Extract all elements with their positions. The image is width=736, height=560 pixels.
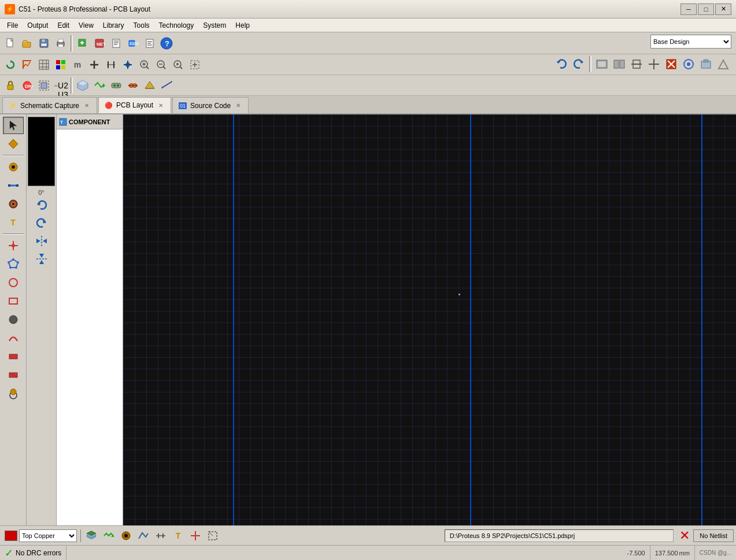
via-button[interactable] <box>3 195 24 213</box>
polygonfill-button[interactable] <box>3 385 24 402</box>
highlight-button[interactable] <box>125 77 141 94</box>
vline-3 <box>701 114 702 525</box>
rotation-degree: 0° <box>38 189 45 196</box>
save-button[interactable] <box>36 35 52 51</box>
menu-view[interactable]: View <box>74 19 98 32</box>
flip-h-button[interactable] <box>31 232 52 250</box>
new-button[interactable] <box>2 35 19 51</box>
rect-button[interactable] <box>3 292 24 310</box>
undo-button[interactable] <box>553 56 569 72</box>
script-button[interactable] <box>142 35 158 51</box>
redo-button[interactable] <box>571 56 587 72</box>
rt-btn-8[interactable] <box>715 56 731 72</box>
cursor-button[interactable]: ↕U1U2U3 <box>53 77 69 94</box>
export-button[interactable] <box>75 35 91 51</box>
polygon-button[interactable] <box>3 255 24 273</box>
grid-button[interactable] <box>36 57 52 73</box>
simulate-button[interactable]: 0101 <box>125 35 141 51</box>
layer-dropdown[interactable]: Top Copper Bottom Copper Top Silk Bottom… <box>19 529 77 542</box>
route-manual-button[interactable] <box>108 77 124 94</box>
refresh-button[interactable] <box>2 57 19 73</box>
menu-library[interactable]: Library <box>98 19 129 32</box>
bt-track-button[interactable] <box>135 528 151 543</box>
menu-technology[interactable]: Technology <box>154 19 199 32</box>
ruler-button[interactable] <box>158 77 175 94</box>
lock-button[interactable] <box>2 77 19 94</box>
tab-source[interactable]: 01 Source Code ✕ <box>172 97 249 113</box>
bt-measure-button[interactable] <box>153 528 169 543</box>
maximize-button[interactable]: □ <box>698 3 714 15</box>
no-netlist-button[interactable]: No Netlist <box>693 529 734 542</box>
snap-button[interactable] <box>19 57 35 73</box>
rotate-ccw-button[interactable] <box>31 214 52 232</box>
component-list[interactable] <box>57 129 123 525</box>
rt-btn-2[interactable] <box>611 56 627 72</box>
tab-schematic[interactable]: ⚡ Schematic Capture ✕ <box>2 97 97 113</box>
angle-button[interactable] <box>142 77 158 94</box>
origin-button[interactable] <box>120 57 136 73</box>
menu-system[interactable]: System <box>198 19 231 32</box>
rt-btn-6[interactable] <box>680 56 697 72</box>
circle-button[interactable] <box>3 274 24 291</box>
rt-btn-4[interactable] <box>646 56 662 72</box>
minimize-button[interactable]: ─ <box>680 3 697 15</box>
flip-v-button[interactable] <box>31 250 52 268</box>
schematic-tab-close[interactable]: ✕ <box>83 102 91 110</box>
color-button[interactable] <box>53 57 69 73</box>
zoom-out-button[interactable] <box>153 57 169 73</box>
m-button[interactable]: m <box>69 57 86 73</box>
pcb-canvas-area[interactable] <box>123 114 736 525</box>
menu-output[interactable]: Output <box>23 19 53 32</box>
zoom-region-button[interactable] <box>187 57 203 73</box>
open-button[interactable] <box>19 35 35 51</box>
menu-edit[interactable]: Edit <box>53 19 74 32</box>
rotate-cw-button[interactable] <box>31 196 52 214</box>
filled-circle-button[interactable] <box>3 311 24 328</box>
route-auto-button[interactable] <box>91 77 108 94</box>
svg-rect-29 <box>56 60 60 64</box>
rt-btn-3[interactable] <box>628 56 645 72</box>
menu-help[interactable]: Help <box>231 19 254 32</box>
pad-button[interactable] <box>3 158 24 176</box>
pcb-tab-close[interactable]: ✕ <box>157 101 165 109</box>
rt-btn-5[interactable] <box>663 56 679 72</box>
zoom-fit-button[interactable] <box>170 57 186 73</box>
bt-text-button[interactable]: T <box>170 528 186 543</box>
plus-button[interactable] <box>86 57 102 73</box>
netlist-x-button[interactable]: ✕ <box>677 528 692 543</box>
base-design-dropdown[interactable]: Base Design <box>650 35 731 49</box>
watermark-section: CSDN @g... <box>695 546 736 560</box>
component-mode-button[interactable] <box>3 135 24 153</box>
source-tab-close[interactable]: ✕ <box>234 102 242 110</box>
arc-button[interactable] <box>3 329 24 347</box>
track-button[interactable] <box>3 177 24 194</box>
filled-rect-button[interactable] <box>3 348 24 365</box>
select-mode-button[interactable] <box>3 117 24 134</box>
bt-ratsnest-button[interactable] <box>101 528 117 543</box>
help-button[interactable]: ? <box>158 35 175 51</box>
bt-junction-button[interactable] <box>187 528 204 543</box>
menu-file[interactable]: File <box>2 19 23 32</box>
print-button[interactable] <box>53 35 69 51</box>
menu-tools[interactable]: Tools <box>129 19 154 32</box>
bt-region-button[interactable] <box>205 528 221 543</box>
rt-btn-1[interactable] <box>594 56 610 72</box>
svg-text:T: T <box>60 120 63 125</box>
drc-button[interactable]: DRC <box>19 77 35 94</box>
app-icon: ⚡ <box>5 4 15 14</box>
junction-button[interactable] <box>3 237 24 254</box>
netlist-button[interactable]: NET <box>91 35 108 51</box>
sep-tb3 <box>71 77 73 94</box>
close-button[interactable]: ✕ <box>715 3 731 15</box>
rt-btn-7[interactable] <box>698 56 714 72</box>
zoom-in-button[interactable] <box>136 57 153 73</box>
bt-pad-button[interactable] <box>118 528 134 543</box>
3d-button[interactable] <box>75 77 91 94</box>
bom-button[interactable] <box>108 35 124 51</box>
tab-pcb[interactable]: 🔴 PCB Layout ✕ <box>98 97 171 113</box>
select-tool[interactable] <box>36 77 52 94</box>
filled-rect2-button[interactable] <box>3 366 24 384</box>
measure-button[interactable] <box>103 57 119 73</box>
text-button[interactable]: T <box>3 214 24 231</box>
bt-layers-button[interactable] <box>83 528 99 543</box>
